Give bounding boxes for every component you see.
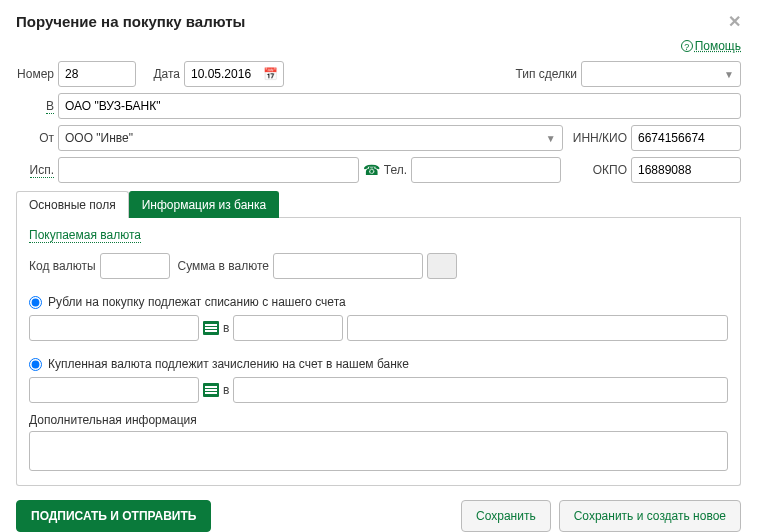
bank-input[interactable]: [58, 93, 741, 119]
date-input[interactable]: [184, 61, 284, 87]
from-label: От: [16, 131, 54, 145]
inn-input[interactable]: [631, 125, 741, 151]
tab-main[interactable]: Основные поля: [16, 191, 129, 218]
from-select[interactable]: ООО "Инве" ▼: [58, 125, 563, 151]
save-button[interactable]: Сохранить: [461, 500, 551, 532]
number-label: Номер: [16, 67, 54, 81]
credit-account-input[interactable]: [29, 377, 199, 403]
amount-label: Сумма в валюте: [178, 259, 269, 273]
book-icon[interactable]: [203, 383, 219, 397]
debit-radio[interactable]: [29, 296, 42, 309]
deal-type-select[interactable]: ▼: [581, 61, 741, 87]
debit-account-input[interactable]: [29, 315, 199, 341]
dialog-title: Поручение на покупку валюты: [16, 13, 245, 30]
isp-label[interactable]: Исп.: [16, 163, 54, 177]
debit-bank-name-input[interactable]: [347, 315, 728, 341]
close-icon[interactable]: ✕: [728, 12, 741, 31]
amount-input[interactable]: [273, 253, 423, 279]
debit-radio-label: Рубли на покупку подлежат списанию с наш…: [48, 295, 346, 309]
purchase-section-title[interactable]: Покупаемая валюта: [29, 228, 141, 243]
credit-in-label: в: [223, 383, 229, 397]
in-bank-label[interactable]: В: [16, 99, 54, 113]
book-icon[interactable]: [203, 321, 219, 335]
sign-send-button[interactable]: ПОДПИСАТЬ И ОТПРАВИТЬ: [16, 500, 211, 532]
addinfo-input[interactable]: [29, 431, 728, 471]
main-panel: Покупаемая валюта Код валюты Сумма в вал…: [16, 218, 741, 486]
debit-in-label: в: [223, 321, 229, 335]
tab-bank-info[interactable]: Информация из банка: [129, 191, 279, 218]
tabs: Основные поля Информация из банка: [16, 191, 741, 218]
phone-icon[interactable]: ☎: [363, 162, 380, 178]
credit-bank-input[interactable]: [233, 377, 728, 403]
chevron-down-icon: ▼: [546, 133, 556, 144]
deal-type-label: Тип сделки: [515, 67, 577, 81]
save-new-button[interactable]: Сохранить и создать новое: [559, 500, 741, 532]
credit-radio-label: Купленная валюта подлежит зачислению на …: [48, 357, 409, 371]
okpo-label: ОКПО: [571, 163, 627, 177]
okpo-input[interactable]: [631, 157, 741, 183]
credit-radio[interactable]: [29, 358, 42, 371]
isp-input[interactable]: [58, 157, 359, 183]
currency-code-label: Код валюты: [29, 259, 96, 273]
chevron-down-icon: ▼: [724, 69, 734, 80]
help-icon: ?: [681, 40, 693, 52]
inn-label: ИНН/КИО: [573, 131, 627, 145]
amount-action-button[interactable]: [427, 253, 457, 279]
addinfo-label: Дополнительная информация: [29, 413, 197, 427]
help-link[interactable]: Помощь: [695, 39, 741, 53]
date-label: Дата: [146, 67, 180, 81]
tel-label: Тел.: [384, 163, 407, 177]
currency-code-input[interactable]: [100, 253, 170, 279]
number-input[interactable]: [58, 61, 136, 87]
tel-input[interactable]: [411, 157, 561, 183]
debit-bank-code-input[interactable]: [233, 315, 343, 341]
